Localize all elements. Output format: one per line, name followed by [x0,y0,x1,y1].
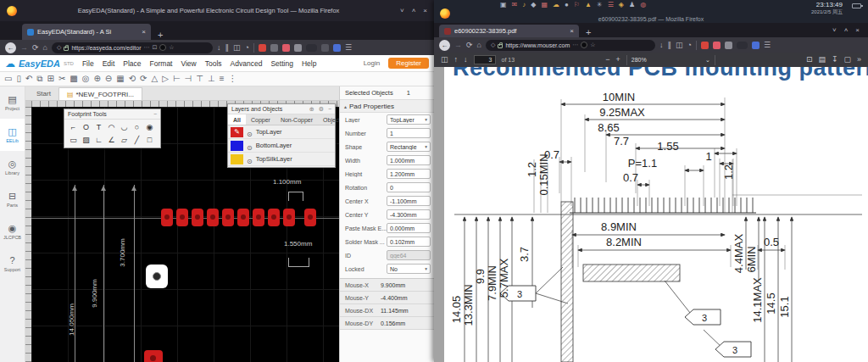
footprint-tool-icon[interactable]: ⌐ [67,121,80,134]
easyeda-logo[interactable]: EasyEDA [19,58,60,69]
footprint-tool-icon[interactable]: ▭ [67,134,80,147]
footprint-tools-title-bar[interactable]: Footprint Tools − [64,109,160,120]
tray-icon[interactable]: ♪ [522,1,526,9]
menu-item[interactable]: Tools [205,59,222,68]
shield-icon[interactable]: ◇ [491,42,495,48]
property-input[interactable]: -1.100mm [387,196,431,206]
pad[interactable] [283,209,295,226]
page-actions-icon[interactable]: ⋯ [143,44,149,51]
more-tools-icon[interactable]: » [857,56,861,64]
print-icon[interactable]: ▤ [818,56,826,64]
tray-icon[interactable]: ☁ [553,1,559,9]
property-input[interactable]: Rectangle ▾ [387,142,431,152]
close-icon[interactable]: × [855,26,860,34]
toolbar-icon[interactable]: ⊖ [105,75,112,83]
menu-item[interactable]: Edit [103,59,115,68]
zoom-level-select[interactable]: 280% ⌄ [626,55,715,65]
footprint-tool-icon[interactable]: ◉ [143,121,156,134]
footprint-tool-icon[interactable]: ∠ [105,134,118,147]
pad[interactable] [207,209,219,226]
tab-footprint-document[interactable]: ▤ *NEW_FOOTPRI... [58,87,142,100]
toolbar-icon[interactable]: ⊢ [173,75,181,83]
toolbar-icon[interactable]: ⋮ [229,75,237,83]
reload-button[interactable]: ⟳ [466,42,473,49]
property-input[interactable]: TopLayer ▾ [387,114,431,125]
extension-icon[interactable] [270,44,278,52]
layer-color-swatch[interactable] [231,154,243,164]
layers-panel-title-bar[interactable]: Layers and Objects ⊕ ⚙ − [228,104,335,114]
layer-color-swatch[interactable] [231,141,243,151]
tab-close-icon[interactable]: × [142,28,146,36]
toolbar-icon[interactable]: ▯ [16,75,21,83]
layer-row[interactable]: BottomLayer [228,139,335,153]
pad-properties-header[interactable]: ▴ Pad Properties [340,100,434,113]
collapse-icon[interactable]: − [153,111,157,117]
bookmark-star-icon[interactable]: ☆ [590,42,595,48]
browser-tab-pdf[interactable]: e60900232-38395.pdf × [439,25,579,37]
home-button[interactable]: ⌂ [477,42,481,49]
menu-item[interactable]: Format [150,59,173,68]
url-text[interactable]: https://easyeda.com/editor [71,45,141,51]
shield-icon[interactable]: ◇ [57,44,61,51]
extension-icon[interactable] [713,42,721,49]
extension-icon[interactable] [701,42,709,49]
bookmark-star-icon[interactable]: ☆ [169,44,174,51]
toolbar-icon[interactable]: ⧉ [36,75,42,83]
extension-icon[interactable] [282,44,290,52]
menu-icon[interactable]: ☰ [345,44,352,52]
property-input[interactable]: 1.000mm [387,155,431,165]
login-link[interactable]: Login [364,59,381,67]
toolbar-icon[interactable]: ⊞ [47,75,54,83]
tray-icon[interactable]: ◍ [640,1,646,9]
library-icon[interactable]: ∥ [225,44,229,52]
layers-tab[interactable]: Non-Copper [275,114,318,125]
property-input[interactable]: 0 [387,182,431,192]
tray-icon[interactable]: ☰ [608,1,614,9]
footprint-tool-icon[interactable]: ◡ [118,121,131,134]
back-button[interactable]: ← [5,42,16,53]
footprint-tool-icon[interactable]: □ [143,134,156,147]
menu-item[interactable]: View [181,59,196,68]
layer-row[interactable]: ✎ TopLayer [228,125,335,139]
toolbar-icon[interactable]: ⟳ [140,75,147,83]
pad[interactable] [253,209,264,226]
pad[interactable] [222,209,234,226]
tray-icon[interactable]: ✳ [597,1,603,9]
new-tab-button[interactable]: + [158,30,163,40]
minimize-icon[interactable]: ˅ [832,26,837,34]
toolbar-icon[interactable]: ≡ [220,75,225,83]
property-input[interactable]: No ▾ [387,264,431,274]
pdf-sidebar-toggle-icon[interactable]: ◫ [441,56,448,64]
previous-page-icon[interactable]: ↑ [454,56,459,64]
tray-icon[interactable]: ● [565,1,569,9]
account-icon[interactable]: ◔ [245,44,249,52]
extension-icon[interactable] [752,42,760,49]
property-input[interactable]: 1.200mm [387,169,431,179]
tray-icon[interactable]: ◆ [531,1,536,9]
home-button[interactable]: ⌂ [43,44,47,52]
tray-icon[interactable]: ♟ [629,1,635,9]
sidebar-item[interactable]: ⊟ Parts [0,183,25,215]
extension-icon[interactable] [306,44,317,52]
extension-icon[interactable] [259,44,266,52]
forward-button[interactable]: → [454,42,462,49]
extension-icon[interactable] [294,44,302,52]
url-text[interactable]: https://www.mouser.com [505,42,570,48]
pad[interactable] [192,209,203,226]
pin-icon[interactable]: ⊕ [309,106,314,112]
library-icon[interactable]: ∥ [667,42,671,49]
tab-start[interactable]: Start [29,87,58,100]
pad[interactable] [237,209,249,226]
back-button[interactable]: ← [439,40,450,51]
current-view-icon[interactable]: ▢ [843,56,851,64]
layer-row[interactable]: TopSilkLayer [228,153,335,166]
property-input[interactable]: 1 [387,128,431,138]
toolbar-icon[interactable]: ▷ [162,75,169,83]
footprint-tool-icon[interactable]: ▨ [80,134,92,147]
tray-icon[interactable]: ◈ [619,1,624,9]
tray-icon[interactable]: ▲ [585,1,592,9]
toolbar-icon[interactable]: ↶ [25,75,32,83]
menu-item[interactable]: Place [123,59,141,68]
toolbar-icon[interactable]: ◎ [82,75,90,83]
property-input[interactable]: -4.300mm [387,209,431,220]
